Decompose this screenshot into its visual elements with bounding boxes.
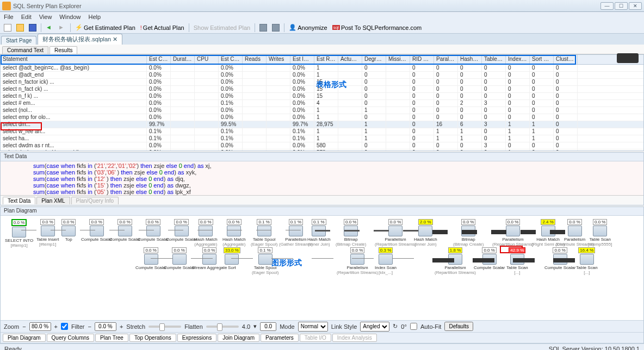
col-header[interactable]: Hash Mat...: [458, 55, 482, 64]
col-header[interactable]: Missing In...: [386, 55, 410, 64]
plan-node[interactable]: 0.0 %Compute Scalar: [166, 219, 197, 242]
plan-node[interactable]: 0.0 %Compute Scalar: [164, 247, 195, 270]
tab-sqlplan-file[interactable]: 财务税务确认报表.sqlplan ✕: [38, 34, 122, 45]
plan-node[interactable]: 0.0 %Hash Match(Aggregate): [222, 219, 246, 247]
table-row[interactable]: select dm...99.7%99.5%99.7%28,9751016631…: [1, 121, 643, 128]
bottom-tab[interactable]: Plan Tree: [95, 334, 128, 342]
plan-node[interactable]: 33.0 %Sort: [224, 247, 240, 270]
bottom-tab[interactable]: Join Diagram: [218, 334, 259, 342]
textdata-body[interactable]: sum(case when fkfs in ('21','22','01','0…: [1, 161, 643, 195]
flatten-dropdown-icon[interactable]: ▾: [253, 323, 257, 330]
col-header[interactable]: Duration: [171, 55, 195, 64]
link-select[interactable]: Angled: [360, 322, 389, 332]
save-icon[interactable]: [27, 23, 38, 33]
col-header[interactable]: Est CPU C...: [219, 55, 243, 64]
flatten-slider[interactable]: [206, 326, 239, 328]
tab-start-page[interactable]: Start Page: [1, 36, 36, 45]
find-overlay[interactable]: [617, 53, 639, 63]
layout1-icon[interactable]: [258, 23, 269, 33]
plan-node[interactable]: 0.0 %Table Insert[#temp1]: [36, 219, 59, 247]
table-row[interactable]: select emp for olo...0.0%0.0%0.0%1000000…: [1, 114, 643, 121]
tab-plan-xml[interactable]: Plan XML: [36, 197, 70, 204]
anon-button[interactable]: 👤Anonymize: [287, 23, 329, 33]
plan-node[interactable]: 0.0 %Compute Scalar: [135, 247, 166, 270]
menu-window[interactable]: Window: [58, 14, 82, 20]
table-row[interactable]: select n_f k) ...0.0%0.0%0.0%1500000000: [1, 93, 643, 100]
plan-node[interactable]: 0.0 %Parallelism(Repartition Streams): [375, 219, 416, 247]
plan-node[interactable]: 0.0 %Top: [61, 219, 76, 242]
filter-input[interactable]: [95, 322, 116, 331]
col-header[interactable]: Reads: [243, 55, 267, 64]
tab-close-icon[interactable]: ✕: [113, 36, 117, 42]
fwd-icon[interactable]: ►: [57, 23, 67, 33]
table-row[interactable]: select @adt_end0.0%0.0%0.0%100000000: [1, 72, 643, 79]
filter-check[interactable]: [61, 323, 68, 330]
plan-node[interactable]: 0.0 %Compute Scalar: [109, 219, 140, 242]
col-header[interactable]: Est Rows: [314, 55, 338, 64]
col-header[interactable]: Est IO C...: [290, 55, 314, 64]
rotate-icon[interactable]: ↻: [393, 323, 398, 330]
col-header[interactable]: CPU: [195, 55, 219, 64]
autofit-check[interactable]: [410, 323, 417, 330]
menu-file[interactable]: File: [2, 14, 15, 20]
table-row[interactable]: select w_ree an...0.1%0.1%0.1%110110110: [1, 128, 643, 135]
bottom-tab[interactable]: Expressions: [177, 334, 216, 342]
plan-diagram[interactable]: 图形形式 0.0 %SELECT INTO[#temp1]0.0 %Table …: [1, 216, 643, 320]
col-header[interactable]: Clustered ...: [554, 55, 578, 64]
col-header[interactable]: Sort Oper...: [530, 55, 554, 64]
col-header[interactable]: Degree o...: [362, 55, 386, 64]
menu-edit[interactable]: Edit: [20, 14, 33, 20]
plan-node[interactable]: 0.0 %Table Scan[#temp5555]: [588, 219, 612, 247]
col-header[interactable]: Actual Rows: [338, 55, 362, 64]
plan-node[interactable]: 0.0 %SELECT INTO[#temp1]: [5, 219, 33, 248]
zoom-plus-icon[interactable]: +: [54, 323, 58, 330]
zoom-input[interactable]: [29, 322, 51, 331]
plan-node[interactable]: 0.1 %Table Spool(Eager Spool): [252, 247, 278, 275]
col-header[interactable]: Index Sca...: [506, 55, 530, 64]
est-plan-button[interactable]: ⚡Get Estimated Plan: [73, 23, 137, 33]
table-row[interactable]: select dwdm sum(xyk) as x n(dj...0.0%0.0…: [1, 149, 643, 151]
tab-results[interactable]: Results: [49, 46, 77, 54]
filter-minus-icon[interactable]: −: [88, 323, 91, 330]
bottom-tab[interactable]: Table I/O: [300, 334, 331, 342]
flatten-input[interactable]: [260, 322, 276, 331]
back-icon[interactable]: ◄: [44, 23, 55, 33]
stretch-slider[interactable]: [148, 326, 181, 328]
zoom-minus-icon[interactable]: −: [22, 323, 26, 330]
bottom-tab[interactable]: Query Columns: [47, 334, 94, 342]
tab-text-data[interactable]: Text Data: [3, 197, 35, 204]
filter-plus-icon[interactable]: +: [120, 323, 123, 330]
table-row[interactable]: select (nol...0.0%0.0%0.0%110000000: [1, 107, 643, 114]
table-row[interactable]: select n_fact ck) ...0.0%0.0%0.0%1500000…: [1, 86, 643, 93]
col-header[interactable]: Est Cost: [147, 55, 171, 64]
bottom-tab[interactable]: Top Operations: [129, 334, 176, 342]
bottom-tab[interactable]: Parameters: [261, 334, 299, 342]
close-button[interactable]: ✕: [629, 2, 642, 10]
col-header[interactable]: Writes: [267, 55, 290, 64]
defaults-button[interactable]: Defaults: [444, 322, 473, 331]
plan-node[interactable]: 0.0 %Stream Aggregate: [192, 247, 227, 270]
plan-node[interactable]: 16.4 %Table Scan[...]: [576, 247, 598, 275]
bottom-tab[interactable]: Index Analysis: [332, 334, 377, 342]
mode-select[interactable]: Normal: [298, 322, 328, 332]
plan-node[interactable]: 0.0 %Parallelism(Repartition Streams): [337, 247, 378, 275]
plan-node[interactable]: 0.0 %Bitmap(Bitmap Create): [336, 219, 366, 247]
tab-command-text[interactable]: Command Text: [2, 46, 48, 54]
menu-view[interactable]: View: [38, 14, 54, 20]
col-header[interactable]: Statement: [1, 55, 147, 64]
col-header[interactable]: RID Look...: [410, 55, 434, 64]
plan-node[interactable]: 0.1 %Hash Match(Inner Join): [307, 219, 331, 247]
new-icon[interactable]: [2, 23, 13, 33]
plan-node[interactable]: 0.0 %Compute Scalar: [138, 219, 169, 242]
table-row[interactable]: select # em...0.0%0.1%0.0%400023000: [1, 100, 643, 107]
col-header[interactable]: Parallel O...: [434, 55, 458, 64]
plan-node[interactable]: 0.3 %Index Scan[idx_...]: [375, 247, 397, 275]
bottom-tab[interactable]: Plan Diagram: [3, 334, 46, 342]
table-row[interactable]: select n_factor ick) ...0.0%0.0%0.0%1500…: [1, 79, 643, 86]
layout2-icon[interactable]: [270, 23, 281, 33]
post-button[interactable]: sqlPost To SQLPerformance.com: [331, 23, 424, 33]
open-icon[interactable]: [15, 23, 26, 33]
show-est-button[interactable]: Show Estimated Plan: [192, 23, 252, 33]
plan-node[interactable]: 0.0 %Hash Match(Aggregate): [194, 219, 218, 247]
table-row[interactable]: select dwdm as r nt...0.0%0.0%0.0%580000…: [1, 142, 643, 149]
